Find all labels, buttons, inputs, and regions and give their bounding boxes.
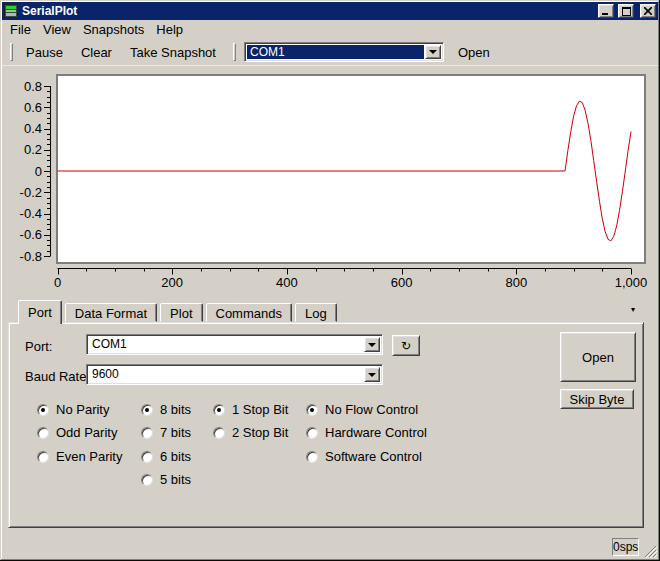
svg-text:-0.2: -0.2	[20, 185, 42, 200]
radio-1-stop-bit[interactable]: 1 Stop Bit	[213, 403, 288, 416]
radio-label: 8 bits	[160, 402, 191, 417]
svg-text:200: 200	[161, 275, 183, 290]
radio-icon	[306, 451, 318, 463]
radio-icon	[37, 404, 49, 416]
maximize-button[interactable]	[618, 4, 634, 18]
radio-icon	[306, 404, 318, 416]
tab-label: Port	[28, 305, 52, 320]
tab-label: Data Format	[75, 306, 147, 321]
skip-byte-button[interactable]: Skip Byte	[560, 389, 634, 409]
refresh-ports-button[interactable]: ↻	[392, 335, 420, 356]
radio-icon	[213, 404, 225, 416]
radio-label: 1 Stop Bit	[232, 402, 288, 417]
radio-icon	[37, 451, 49, 463]
port-combobox[interactable]: COM1	[86, 334, 383, 355]
toolbar-open-button[interactable]: Open	[449, 43, 499, 62]
radio-label: Hardware Control	[325, 425, 427, 440]
tab-label: Plot	[170, 306, 192, 321]
tab-commands[interactable]: Commands	[206, 303, 292, 322]
waveform-chart: 02004006008001,0000.80.60.40.20-0.2-0.4-…	[2, 66, 658, 298]
radio-no-flow-control[interactable]: No Flow Control	[306, 403, 418, 416]
radio-6-bits[interactable]: 6 bits	[141, 450, 191, 463]
radio-label: Even Parity	[56, 449, 122, 464]
radio-5-bits[interactable]: 5 bits	[141, 473, 191, 486]
radio-icon	[141, 451, 153, 463]
tab-plot[interactable]: Plot	[160, 303, 202, 322]
radio-icon	[37, 427, 49, 439]
chevron-down-icon	[368, 373, 376, 377]
radio-hardware-control[interactable]: Hardware Control	[306, 426, 427, 439]
menu-help[interactable]: Help	[150, 21, 189, 38]
tab-label: Commands	[216, 306, 282, 321]
panel-menu-arrow-icon[interactable]: ▾	[631, 306, 635, 314]
port-value: COM1	[89, 337, 363, 352]
tab-port[interactable]: Port	[18, 300, 62, 324]
plot-area[interactable]: 02004006008001,0000.80.60.40.20-0.2-0.4-…	[2, 66, 658, 298]
refresh-icon: ↻	[401, 339, 411, 353]
radio-label: No Flow Control	[325, 402, 418, 417]
radio-8-bits[interactable]: 8 bits	[141, 403, 191, 416]
svg-text:600: 600	[391, 275, 413, 290]
svg-text:0: 0	[35, 164, 42, 179]
app-window: SerialPlot File View Snapshots Help Paus…	[0, 0, 660, 561]
radio-7-bits[interactable]: 7 bits	[141, 426, 191, 439]
take-snapshot-button[interactable]: Take Snapshot	[121, 43, 225, 62]
radio-2-stop-bit[interactable]: 2 Stop Bit	[213, 426, 288, 439]
tab-label: Log	[305, 306, 327, 321]
pause-button[interactable]: Pause	[17, 43, 72, 62]
menu-file[interactable]: File	[4, 21, 37, 38]
svg-text:-0.6: -0.6	[20, 227, 42, 242]
radio-odd-parity[interactable]: Odd Parity	[37, 426, 117, 439]
close-icon	[644, 7, 652, 15]
svg-text:0.8: 0.8	[24, 79, 42, 94]
radio-icon	[306, 427, 318, 439]
radio-icon	[141, 404, 153, 416]
status-bar: 0sps	[2, 530, 658, 559]
baud-dropdown-button[interactable]	[364, 367, 380, 382]
toolbar-grip-icon[interactable]	[10, 43, 13, 61]
port-dropdown-button[interactable]	[364, 337, 380, 352]
svg-text:800: 800	[505, 275, 527, 290]
menu-view[interactable]: View	[37, 21, 77, 38]
chevron-down-icon	[368, 343, 376, 347]
resize-grip-icon[interactable]	[644, 545, 657, 558]
radio-no-parity[interactable]: No Parity	[37, 403, 109, 416]
tab-log[interactable]: Log	[295, 303, 337, 322]
toolbar-grip-icon[interactable]	[233, 43, 236, 61]
radio-even-parity[interactable]: Even Parity	[37, 450, 122, 463]
radio-icon	[141, 427, 153, 439]
toolbar: Pause Clear Take Snapshot COM1 Open	[2, 39, 658, 66]
baud-rate-label: Baud Rate:	[25, 369, 90, 384]
window-title: SerialPlot	[22, 2, 594, 20]
svg-text:0.6: 0.6	[24, 100, 42, 115]
radio-label: Odd Parity	[56, 425, 117, 440]
minimize-button[interactable]	[598, 4, 614, 18]
tab-data-format[interactable]: Data Format	[65, 303, 157, 322]
port-label: Port:	[25, 339, 52, 354]
toolbar-port-combobox[interactable]: COM1	[244, 42, 444, 62]
radio-label: No Parity	[56, 402, 109, 417]
chevron-down-icon	[429, 50, 437, 54]
tab-bar: Port Data Format Plot Commands Log	[18, 300, 340, 322]
close-button[interactable]	[640, 4, 656, 18]
open-port-button[interactable]: Open	[560, 332, 636, 382]
title-bar[interactable]: SerialPlot	[2, 2, 658, 20]
radio-label: 7 bits	[160, 425, 191, 440]
svg-text:0.4: 0.4	[24, 121, 42, 136]
svg-text:1,000: 1,000	[615, 275, 648, 290]
baud-rate-combobox[interactable]: 9600	[86, 364, 383, 385]
menu-snapshots[interactable]: Snapshots	[77, 21, 150, 38]
radio-icon	[213, 427, 225, 439]
toolbar-port-value: COM1	[247, 45, 424, 59]
port-tab-content: Port: COM1 ↻ Baud Rate: 9600 Open Skip B…	[8, 322, 644, 528]
radio-label: 2 Stop Bit	[232, 425, 288, 440]
sps-counter: 0sps	[612, 538, 639, 556]
svg-text:0: 0	[54, 275, 61, 290]
clear-button[interactable]: Clear	[72, 43, 121, 62]
radio-software-control[interactable]: Software Control	[306, 450, 422, 463]
toolbar-port-dropdown-button[interactable]	[425, 45, 441, 59]
baud-rate-value: 9600	[89, 367, 363, 382]
settings-panel: Port Data Format Plot Commands Log ▾ Por…	[2, 298, 658, 530]
radio-label: Software Control	[325, 449, 422, 464]
radio-icon	[141, 474, 153, 486]
